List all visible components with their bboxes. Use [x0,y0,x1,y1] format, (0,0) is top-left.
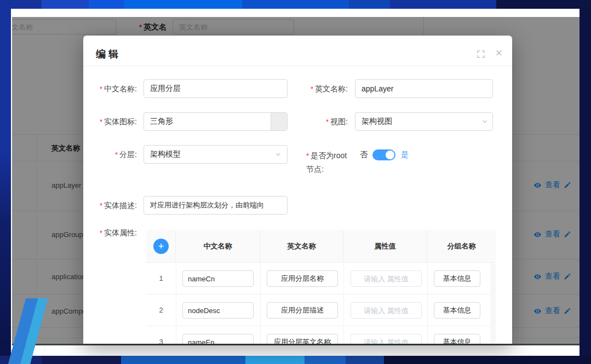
is-root-toggle[interactable] [372,149,395,160]
is-root-label: *是否为root节点: [306,149,348,176]
entity-desc-input[interactable] [144,196,288,215]
screen: *英文名 英文名称 appLayer appGroup application … [0,0,591,364]
close-icon[interactable]: × [493,45,505,61]
header-attr-value: 属性值 [343,230,427,263]
en-name-label: *英文名称: [296,79,348,99]
frame-bottom-band [0,356,591,364]
row-index: 3 [146,326,176,344]
attr-value-input[interactable] [351,334,422,344]
attr-group-input[interactable] [434,270,480,287]
frame-corner-accent [0,298,49,364]
view-label: *视图: [296,112,348,131]
frame-top-band [0,0,591,9]
attr-value-input[interactable] [351,302,422,319]
dialog-title: 编辑 [96,48,121,61]
attribute-table-header: 中文名称 英文名称 属性值 分组名称 + [146,230,496,263]
toggle-off-label: 否 [360,150,368,160]
fullscreen-icon[interactable] [477,50,485,59]
attr-group-input[interactable] [434,334,480,344]
attribute-row: 2 [146,294,496,326]
attr-value-input[interactable] [351,270,422,287]
edit-dialog: 编辑 × *中文名称: *英文名称: *实体图标: *视图: *分层: [83,36,512,344]
chevron-down-icon [481,118,489,125]
attr-cn-input[interactable] [182,302,254,319]
attribute-table: 中文名称 英文名称 属性值 分组名称 + 1 2 [146,230,496,344]
icon-picker-button[interactable] [271,113,287,130]
attribute-row: 1 [146,263,496,294]
toggle-knob [386,151,394,159]
attr-group-input[interactable] [434,302,480,319]
layer-label: *分层: [90,145,137,164]
attr-en-input[interactable] [267,302,338,319]
layer-select[interactable] [144,145,288,164]
chevron-down-icon [274,151,282,158]
dialog-header-divider [83,66,512,66]
entity-desc-label: *实体描述: [90,196,137,215]
attribute-row: 3 [146,326,496,344]
frame-right-band [579,9,591,364]
entity-icon-label: *实体图标: [90,112,137,131]
en-name-input[interactable] [355,79,493,98]
attr-cn-input[interactable] [182,334,254,344]
header-en-name: 英文名称 [260,230,343,263]
cn-name-label: *中文名称: [90,79,137,99]
attr-en-input[interactable] [267,334,338,344]
page-bottom-edge [12,344,579,345]
table-scrollbar[interactable] [490,263,496,344]
entity-attrs-label: *实体属性: [90,223,137,242]
row-index: 2 [146,294,176,326]
view-select[interactable] [355,112,493,131]
entity-icon-input[interactable] [144,112,288,131]
row-index: 1 [146,263,176,294]
cn-name-input[interactable] [144,79,288,98]
header-cn-name: 中文名称 [176,230,260,263]
attr-cn-input[interactable] [182,270,254,287]
add-attribute-button[interactable]: + [153,239,169,254]
attr-en-input[interactable] [267,270,338,287]
toggle-on-label: 是 [401,150,409,160]
header-group-name: 分组名称 [427,230,496,263]
